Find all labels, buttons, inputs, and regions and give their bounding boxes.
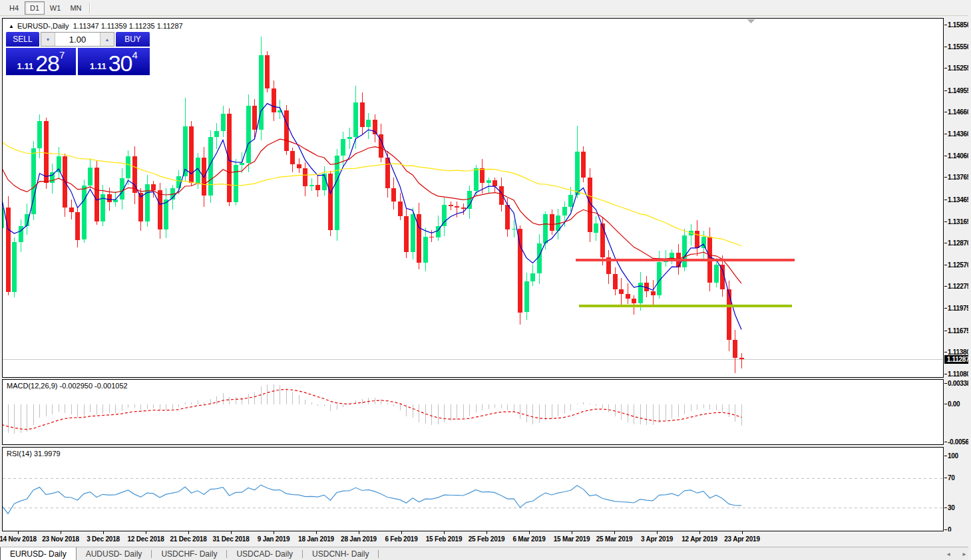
time-axis-tick xyxy=(742,531,743,534)
time-axis-label: 31 Dec 2018 xyxy=(212,535,249,543)
tab-audusd-daily[interactable]: AUDUSD- Daily xyxy=(77,547,152,560)
time-axis-label: 6 Mar 2019 xyxy=(512,535,545,543)
price-axis-label: 1.11080 xyxy=(944,370,970,378)
volume-decrease-button[interactable]: ▼ xyxy=(41,33,55,46)
sell-price-pipette: 7 xyxy=(59,49,65,61)
price-axis-label: 1.14955 xyxy=(944,87,970,95)
time-axis[interactable]: 14 Nov 201823 Nov 20183 Dec 201812 Dec 2… xyxy=(2,531,944,546)
chart-title: ▲EURUSD-,Daily 1.11347 1.11359 1.11235 1… xyxy=(9,22,183,30)
price-axis-label: 1.13765 xyxy=(944,174,970,182)
collapse-triangle-icon[interactable]: ▲ xyxy=(9,23,14,29)
macd-axis-label: 0.003383 xyxy=(944,380,971,388)
time-axis-tick xyxy=(188,531,189,534)
buy-price-display[interactable]: 1.11304 xyxy=(78,48,150,75)
time-axis-label: 15 Mar 2019 xyxy=(554,535,590,543)
time-axis-tick xyxy=(359,531,359,534)
price-axis[interactable]: 1.158501.155501.152551.149551.146601.143… xyxy=(944,18,971,378)
chart-ohlc-values: 1.11347 1.11359 1.11235 1.11287 xyxy=(73,22,183,30)
price-axis-label: 1.13165 xyxy=(944,218,970,226)
timeframe-d1-button[interactable]: D1 xyxy=(25,1,45,15)
timeframe-toolbar: H4 D1 W1 MN xyxy=(0,0,971,16)
rsi-indicator-window: RSI(14) 31.9979 xyxy=(2,447,944,531)
time-axis-label: 25 Mar 2019 xyxy=(596,535,633,543)
price-axis-label: 1.15550 xyxy=(944,43,970,51)
time-axis-label: 23 Nov 2018 xyxy=(42,535,79,543)
volume-increase-button[interactable]: ▲ xyxy=(100,33,114,46)
price-axis-label: 1.12275 xyxy=(944,283,970,291)
price-axis-label: 1.14360 xyxy=(944,130,970,138)
tab-usdchf-daily[interactable]: USDCHF- Daily xyxy=(152,547,226,560)
tab-scroll-left-icon[interactable]: ◄ xyxy=(946,551,951,557)
tab-usdcnh-daily[interactable]: USDCNH- Daily xyxy=(303,547,378,560)
time-axis-label: 3 Dec 2018 xyxy=(87,535,120,543)
time-axis-tick xyxy=(401,531,402,534)
rsi-canvas[interactable] xyxy=(3,448,943,531)
window-edge xyxy=(968,0,971,560)
sell-price-big-digits: 28 xyxy=(35,53,59,73)
price-axis-label: 1.12870 xyxy=(944,239,970,247)
rsi-axis-label: 70 xyxy=(944,474,955,482)
time-axis-tick xyxy=(274,531,274,534)
price-axis-label: 1.14060 xyxy=(944,152,970,160)
mt4-window: H4 D1 W1 MN ▲EURUSD-,Daily 1.11347 1.113… xyxy=(0,0,971,560)
price-axis-label: 1.14660 xyxy=(944,108,970,116)
time-axis-tick xyxy=(699,531,700,534)
time-axis-tick xyxy=(657,531,658,534)
time-axis-tick xyxy=(231,531,232,534)
timeframe-w1-button[interactable]: W1 xyxy=(45,1,65,15)
symbol-tab-bar: EURUSD- Daily AUDUSD- Daily USDCHF- Dail… xyxy=(0,547,971,560)
macd-label: MACD(12,26,9) -0.002950 -0.001052 xyxy=(7,382,128,390)
macd-axis[interactable]: 0.0033830.00-0.005663 xyxy=(944,379,971,445)
toolbar-separator xyxy=(89,3,91,13)
time-axis-label: 12 Dec 2018 xyxy=(127,535,164,543)
macd-canvas[interactable] xyxy=(3,380,943,444)
timeframe-mn-button[interactable]: MN xyxy=(66,1,86,15)
time-axis-label: 3 Apr 2019 xyxy=(641,535,673,543)
rsi-axis[interactable]: 10070300 xyxy=(944,447,971,531)
sell-price-display[interactable]: 1.11287 xyxy=(6,48,76,75)
volume-spinner: ▼ ▲ xyxy=(41,32,114,47)
tab-scroll-right-icon[interactable]: ► xyxy=(962,551,967,557)
one-click-trading-panel: SELL ▼ ▲ BUY 1.11287 1.11304 xyxy=(6,32,150,75)
macd-axis-label: 0.00 xyxy=(944,400,960,408)
time-axis-tick xyxy=(529,531,530,534)
main-chart-window: ▲EURUSD-,Daily 1.11347 1.11359 1.11235 1… xyxy=(2,18,944,378)
volume-input[interactable] xyxy=(55,33,100,46)
time-axis-label: 23 Apr 2019 xyxy=(724,535,760,543)
macd-indicator-window: MACD(12,26,9) -0.002950 -0.001052 xyxy=(2,379,944,445)
rsi-axis-label: 100 xyxy=(944,452,958,460)
price-axis-label: 1.15255 xyxy=(944,65,970,72)
rsi-axis-label: 0 xyxy=(944,526,951,531)
time-axis-label: 18 Jan 2019 xyxy=(298,535,334,543)
time-axis-tick xyxy=(18,531,19,534)
time-axis-label: 12 Apr 2019 xyxy=(681,535,717,543)
time-axis-tick xyxy=(103,531,104,534)
time-axis-label: 6 Feb 2019 xyxy=(385,535,417,543)
time-axis-label: 28 Jan 2019 xyxy=(341,535,377,543)
sell-button[interactable]: SELL xyxy=(6,32,39,47)
triangle-up-icon: ▲ xyxy=(105,37,110,42)
time-axis-tick xyxy=(572,531,572,534)
time-axis-tick xyxy=(61,531,61,534)
price-axis-label: 1.11975 xyxy=(944,305,970,313)
timeframe-h4-button[interactable]: H4 xyxy=(4,1,24,15)
current-price-tag: 1.11287 xyxy=(944,355,971,364)
buy-button[interactable]: BUY xyxy=(116,32,150,47)
time-axis-label: 21 Dec 2018 xyxy=(170,535,206,543)
time-axis-tick xyxy=(316,531,317,534)
time-axis-label: 14 Nov 2018 xyxy=(0,535,37,543)
price-axis-label: 1.11675 xyxy=(944,327,970,335)
time-axis-label: 25 Feb 2019 xyxy=(469,535,505,543)
tab-separator xyxy=(378,550,379,558)
chart-symbol-period: EURUSD-,Daily xyxy=(17,22,69,30)
time-axis-label: 9 Jan 2019 xyxy=(258,535,290,543)
price-axis-label: 1.13465 xyxy=(944,196,970,204)
tab-usdcad-daily[interactable]: USDCAD- Daily xyxy=(227,547,302,560)
buy-price-pipette: 4 xyxy=(132,49,138,61)
sell-price-prefix: 1.11 xyxy=(17,61,34,71)
time-axis-tick xyxy=(486,531,487,534)
time-axis-tick xyxy=(614,531,615,534)
rsi-label: RSI(14) 31.9979 xyxy=(7,450,61,458)
macd-axis-label: -0.005663 xyxy=(944,438,971,445)
tab-eurusd-daily[interactable]: EURUSD- Daily xyxy=(0,547,77,560)
